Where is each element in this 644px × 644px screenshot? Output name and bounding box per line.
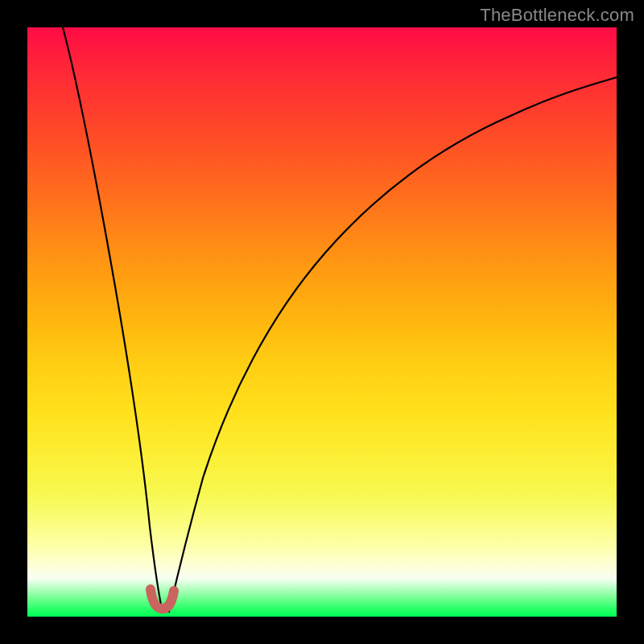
- plot-area: [27, 27, 617, 617]
- chart-svg: [27, 27, 617, 617]
- chart-frame: TheBottleneck.com: [0, 0, 644, 644]
- minimum-marker: [151, 589, 174, 609]
- curve-right-branch: [169, 77, 617, 612]
- curve-left-branch: [63, 27, 163, 612]
- watermark-text: TheBottleneck.com: [480, 5, 634, 26]
